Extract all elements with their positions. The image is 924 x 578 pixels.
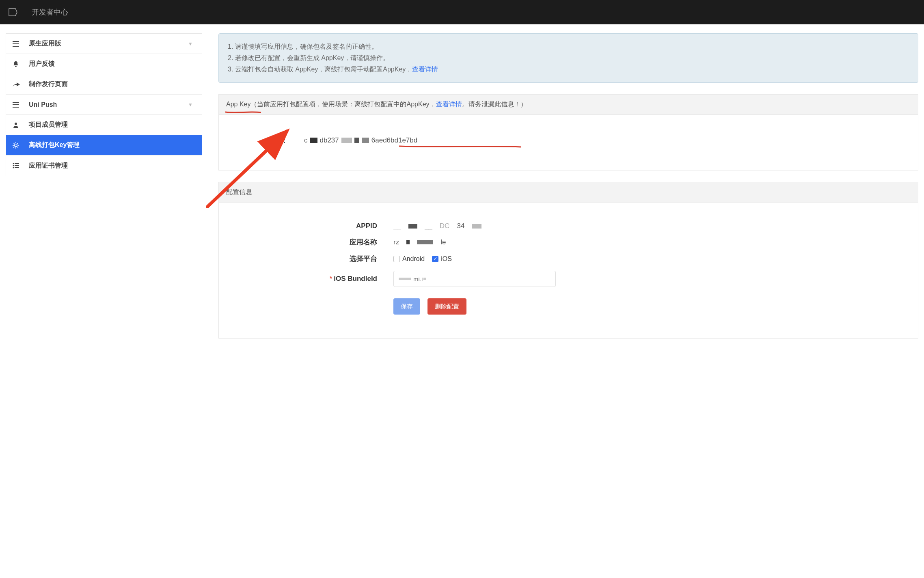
- sidebar-item-members[interactable]: 项目成员管理: [6, 115, 202, 135]
- topbar: 开发者中心: [0, 0, 924, 24]
- panel-header: App Key（当前应用打包配置项，使用场景：离线打包配置中的AppKey，查看…: [219, 95, 918, 115]
- menu-icon: [13, 41, 24, 47]
- sidebar-item-label: 用户反馈: [29, 60, 55, 68]
- appname-label: 应用名称: [231, 237, 393, 247]
- gear-icon: [13, 142, 24, 149]
- delete-config-button[interactable]: 删除配置: [427, 298, 466, 315]
- main-content: 1. 请谨慎填写应用信息，确保包名及签名的正确性。 2. 若修改已有配置，会重新…: [218, 33, 918, 339]
- panel-body: iOS： c db237 6aed6bd1e7bd: [219, 115, 918, 170]
- save-button[interactable]: 保存: [393, 298, 420, 315]
- info-line: 1. 请谨慎填写应用信息，确保包名及签名的正确性。: [228, 41, 909, 52]
- sidebar-item-publish[interactable]: 制作发行页面: [6, 74, 202, 95]
- info-line: 2. 若修改已有配置，会重新生成 AppKey，请谨慎操作。: [228, 52, 909, 64]
- sidebar-item-label: 离线打包Key管理: [29, 141, 80, 149]
- info-box: 1. 请谨慎填写应用信息，确保包名及签名的正确性。 2. 若修改已有配置，会重新…: [218, 33, 918, 83]
- sidebar-item-unipush[interactable]: Uni Push ▼: [6, 95, 202, 115]
- sidebar-item-label: 项目成员管理: [29, 121, 68, 129]
- sidebar-item-label: 应用证书管理: [29, 162, 68, 170]
- logo-area: 开发者中心: [8, 7, 68, 17]
- logo-icon: [8, 8, 18, 17]
- config-panel: 配置信息 APPID ____DC34 应用名称 rzle 选择平台: [218, 182, 918, 339]
- bundleid-input[interactable]: mi.i: [393, 271, 556, 287]
- svg-point-2: [13, 163, 14, 164]
- android-checkbox[interactable]: Android: [393, 255, 425, 263]
- svg-point-0: [15, 123, 17, 125]
- sidebar-item-certs[interactable]: 应用证书管理: [6, 155, 202, 176]
- sidebar-item-offline-key[interactable]: 离线打包Key管理: [6, 135, 202, 155]
- header-title: 开发者中心: [32, 7, 68, 17]
- bell-icon: [13, 61, 24, 67]
- bundleid-label: *iOS BundleId: [231, 275, 393, 283]
- sidebar-item-label: 原生应用版: [29, 39, 61, 48]
- annotation-underline-icon: [399, 144, 521, 153]
- panel-header: 配置信息: [219, 182, 918, 203]
- menu-icon: [13, 102, 24, 108]
- svg-point-4: [13, 167, 14, 168]
- sidebar-item-label: Uni Push: [29, 101, 57, 108]
- panel-body: APPID ____DC34 应用名称 rzle 选择平台 Android ✓i…: [219, 203, 918, 338]
- appkey-title-pre: App Key（当前应用打包配置项，使用场景：离线打包配置中的AppKey，: [226, 101, 436, 108]
- svg-point-3: [13, 165, 14, 166]
- ios-checkbox[interactable]: ✓iOS: [432, 255, 452, 263]
- svg-point-1: [15, 144, 17, 146]
- chevron-down-icon: ▼: [188, 102, 193, 108]
- appkey-title-post: 。请务泄漏此信息！）: [462, 101, 527, 108]
- list-icon: [13, 163, 24, 168]
- sidebar-item-feedback[interactable]: 用户反馈: [6, 54, 202, 74]
- appkey-panel: App Key（当前应用打包配置项，使用场景：离线打包配置中的AppKey，查看…: [218, 94, 918, 170]
- user-icon: [13, 122, 24, 128]
- share-icon: [13, 82, 24, 87]
- appid-value: ____DC34: [393, 222, 906, 230]
- appkey-details-link[interactable]: 查看详情: [436, 101, 462, 108]
- info-line: 3. 云端打包会自动获取 AppKey，离线打包需手动配置AppKey，查看详情: [228, 64, 909, 75]
- sidebar: 原生应用版 ▼ 用户反馈 制作发行页面 Uni Push ▼ 项: [6, 33, 202, 176]
- info-details-link[interactable]: 查看详情: [412, 66, 438, 73]
- sidebar-item-native-app[interactable]: 原生应用版 ▼: [6, 34, 202, 54]
- ios-appkey-value: c db237 6aed6bd1e7bd: [304, 136, 906, 144]
- platform-label: 选择平台: [231, 254, 393, 263]
- annotation-underline-icon: [225, 111, 261, 114]
- appid-label: APPID: [231, 222, 393, 230]
- sidebar-item-label: 制作发行页面: [29, 80, 68, 88]
- appname-value: rzle: [393, 238, 906, 246]
- ios-label: iOS：: [231, 136, 304, 145]
- chevron-down-icon: ▼: [188, 41, 193, 47]
